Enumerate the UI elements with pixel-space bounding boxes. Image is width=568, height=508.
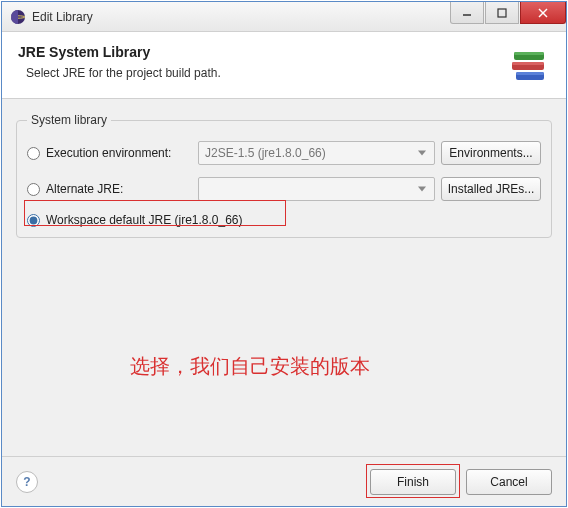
header-subtitle: Select JRE for the project build path. xyxy=(18,66,506,80)
dialog-header: JRE System Library Select JRE for the pr… xyxy=(2,32,566,99)
dialog-window: Edit Library JRE System Library Select J… xyxy=(1,1,567,507)
library-icon xyxy=(506,44,550,88)
label-alt-jre[interactable]: Alternate JRE: xyxy=(46,182,192,196)
row-exec-env: Execution environment: J2SE-1.5 (jre1.8.… xyxy=(27,141,541,165)
header-title: JRE System Library xyxy=(18,44,506,60)
environments-button[interactable]: Environments... xyxy=(441,141,541,165)
help-button[interactable]: ? xyxy=(16,471,38,493)
header-text: JRE System Library Select JRE for the pr… xyxy=(18,44,506,88)
minimize-button[interactable] xyxy=(450,2,484,24)
label-exec-env[interactable]: Execution environment: xyxy=(46,146,192,160)
radio-alt-jre[interactable] xyxy=(27,183,40,196)
annotation-text: 选择，我们自己安装的版本 xyxy=(130,353,370,380)
combo-exec-env[interactable]: J2SE-1.5 (jre1.8.0_66) xyxy=(198,141,435,165)
fieldset-legend: System library xyxy=(27,113,111,127)
combo-exec-env-value: J2SE-1.5 (jre1.8.0_66) xyxy=(205,146,326,160)
label-workspace-default[interactable]: Workspace default JRE (jre1.8.0_66) xyxy=(46,213,243,227)
titlebar: Edit Library xyxy=(2,2,566,32)
window-title: Edit Library xyxy=(32,10,449,24)
dialog-content: System library Execution environment: J2… xyxy=(2,99,566,456)
radio-exec-env[interactable] xyxy=(27,147,40,160)
row-alt-jre: Alternate JRE: Installed JREs... xyxy=(27,177,541,201)
maximize-button[interactable] xyxy=(485,2,519,24)
radio-workspace-default[interactable] xyxy=(27,214,40,227)
dialog-footer: ? Finish Cancel xyxy=(2,456,566,506)
installed-jres-button[interactable]: Installed JREs... xyxy=(441,177,541,201)
combo-alt-jre[interactable] xyxy=(198,177,435,201)
finish-button[interactable]: Finish xyxy=(370,469,456,495)
window-controls xyxy=(449,2,566,31)
row-workspace-default: Workspace default JRE (jre1.8.0_66) xyxy=(27,213,541,227)
svg-rect-3 xyxy=(498,9,506,17)
svg-rect-9 xyxy=(514,52,544,55)
svg-rect-11 xyxy=(516,72,544,75)
system-library-group: System library Execution environment: J2… xyxy=(16,113,552,238)
eclipse-icon xyxy=(10,9,26,25)
close-button[interactable] xyxy=(520,2,566,24)
svg-rect-10 xyxy=(512,62,544,65)
cancel-button[interactable]: Cancel xyxy=(466,469,552,495)
